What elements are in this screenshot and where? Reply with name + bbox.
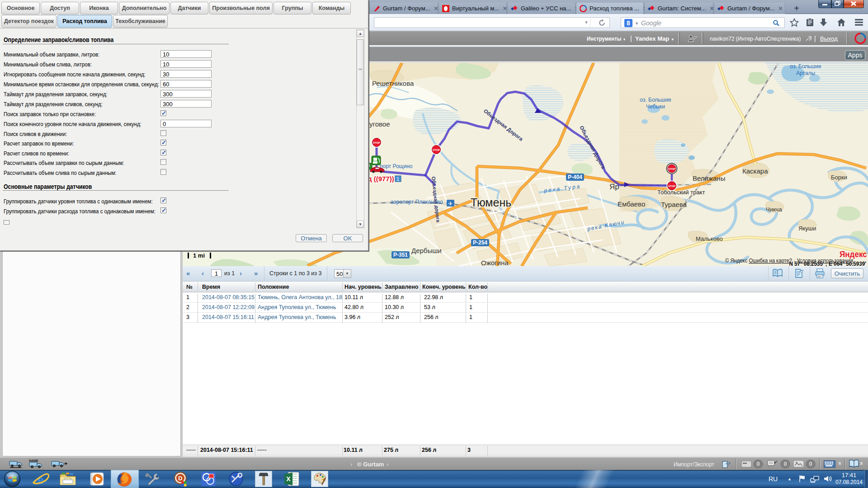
svg-text:1: 1: [396, 176, 399, 182]
svg-text:Якуши: Якуши: [798, 225, 816, 232]
svg-text:STOP: STOP: [373, 141, 380, 144]
svg-text:Каскара: Каскара: [742, 167, 768, 175]
svg-text:Чикча: Чикча: [766, 206, 782, 213]
svg-text:Яр: Яр: [609, 183, 619, 191]
svg-text:оз. Большие: оз. Большие: [790, 63, 821, 70]
svg-text:e: e: [38, 472, 43, 487]
svg-text:Тобольский тракт: Тобольский тракт: [657, 189, 705, 196]
svg-text:STOP: STOP: [668, 168, 675, 170]
svg-text:STOP: STOP: [433, 149, 440, 151]
svg-text:Р-254: Р-254: [473, 239, 487, 246]
svg-text:Мальково: Мальково: [696, 235, 723, 242]
svg-text:✈: ✈: [448, 201, 453, 207]
svg-text:Борки: Борки: [831, 174, 847, 181]
svg-text:Дербыши: Дербыши: [411, 247, 442, 254]
svg-text:д ((977)): д ((977)): [368, 175, 394, 183]
svg-text:D: D: [178, 475, 182, 482]
svg-text:Тюмень: Тюмень: [471, 196, 512, 209]
svg-text:NAME: NAME: [29, 459, 38, 462]
svg-text:STOP: STOP: [668, 185, 675, 188]
svg-text:Р-404: Р-404: [568, 174, 582, 180]
svg-text:Решетникова: Решетникова: [372, 80, 414, 87]
svg-text:оз. Большие: оз. Большие: [640, 97, 671, 103]
svg-text:1 mi: 1 mi: [193, 252, 205, 259]
svg-text:Р-351: Р-351: [393, 252, 408, 258]
svg-text:Арталы: Арталы: [796, 70, 815, 76]
svg-text:Ембаево: Ембаево: [618, 200, 645, 208]
svg-text:Чебыки: Чебыки: [646, 103, 665, 110]
svg-text:Ожогина: Ожогина: [481, 259, 509, 266]
svg-text:Тураева: Тураева: [661, 201, 687, 208]
svg-text:X: X: [286, 475, 291, 483]
svg-text:уговое: уговое: [369, 120, 390, 128]
svg-text:порт Рощино: порт Рощино: [380, 163, 413, 169]
svg-text:Велижаны: Велижаны: [693, 174, 725, 182]
